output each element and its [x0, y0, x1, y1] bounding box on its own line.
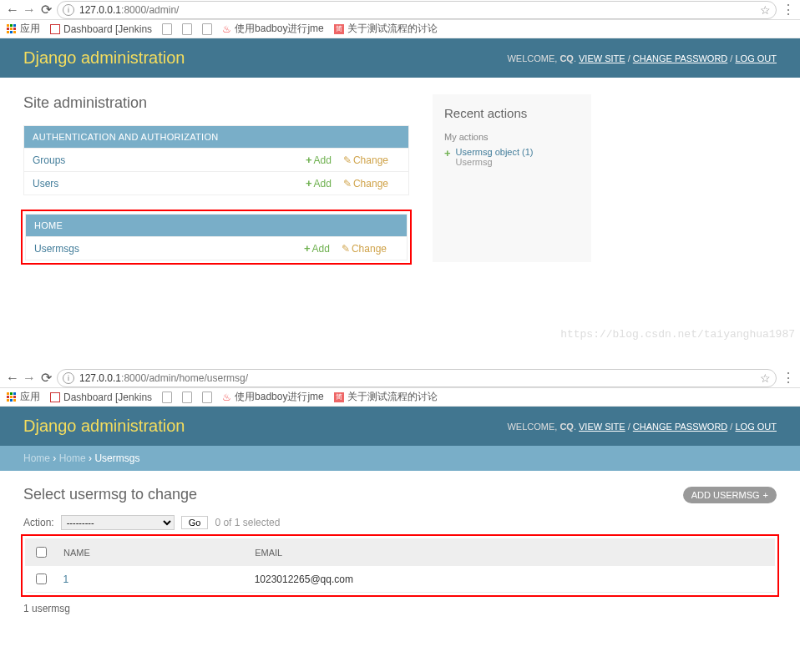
recent-action-model: Usermsg — [456, 157, 534, 167]
discuss-bookmark[interactable]: 简关于测试流程的讨论 — [334, 22, 438, 36]
username: CQ — [559, 422, 574, 432]
col-email[interactable]: EMAIL — [248, 539, 775, 566]
site-info-icon[interactable]: i — [63, 372, 74, 384]
file-icon — [202, 392, 212, 403]
row-name-link[interactable]: 1 — [63, 573, 69, 585]
browser-menu-icon[interactable]: ⋮ — [782, 2, 793, 18]
plus-icon: + — [304, 242, 311, 255]
selection-counter: 0 of 1 selected — [215, 517, 280, 528]
view-site-link[interactable]: VIEW SITE — [579, 422, 625, 432]
badboy-bookmark[interactable]: ♨使用badboy进行jme — [222, 390, 324, 404]
file-bookmark-1[interactable] — [162, 392, 172, 403]
user-tools: WELCOME, CQ. VIEW SITE / CHANGE PASSWORD… — [507, 422, 777, 432]
row-email: 1023012265@qq.com — [248, 566, 775, 593]
username: CQ — [559, 53, 574, 63]
usermsgs-change-link[interactable]: ✎Change — [342, 243, 387, 255]
actions-row: Action: --------- Go 0 of 1 selected — [0, 512, 800, 533]
url-host: 127.0.0.1 — [79, 4, 121, 16]
breadcrumb: Home › Home › Usermsgs — [0, 446, 800, 471]
change-password-link[interactable]: CHANGE PASSWORD — [633, 422, 727, 432]
action-select[interactable]: --------- — [61, 515, 175, 530]
users-change-link[interactable]: ✎Change — [343, 178, 388, 189]
groups-link[interactable]: Groups — [33, 154, 306, 166]
file-icon — [182, 23, 192, 35]
address-bar[interactable]: i 127.0.0.1:8000/admin/home/usermsg/ ☆ — [57, 369, 777, 387]
action-label: Action: — [23, 517, 54, 528]
plus-icon: + — [444, 147, 451, 159]
usermsgs-add-link[interactable]: +Add — [304, 242, 330, 255]
apps-bookmark[interactable]: 应用 — [7, 390, 40, 404]
plus-icon: + — [306, 177, 312, 189]
home-module-header: HOME — [26, 215, 407, 236]
site-title[interactable]: Django administration — [23, 48, 185, 68]
recent-actions-title: Recent actions — [444, 106, 580, 120]
user-tools: WELCOME, CQ. VIEW SITE / CHANGE PASSWORD… — [507, 53, 777, 63]
groups-row: Groups +Add ✎Change — [24, 148, 408, 171]
site-info-icon[interactable]: i — [63, 4, 74, 16]
recent-action-link[interactable]: Usermsg object (1) — [456, 147, 534, 157]
doc-icon: 简 — [334, 24, 344, 34]
changelist-table: NAME EMAIL 1 1023012265@qq.com — [25, 538, 775, 593]
bookmark-star-icon[interactable]: ☆ — [760, 371, 771, 385]
users-add-link[interactable]: +Add — [306, 177, 332, 189]
back-button[interactable]: ← — [7, 4, 18, 16]
file-bookmark-2[interactable] — [182, 392, 192, 403]
forward-button[interactable]: → — [23, 372, 35, 384]
reload-button[interactable]: ⟳ — [40, 4, 52, 16]
logout-link[interactable]: LOG OUT — [735, 422, 777, 432]
reload-button[interactable]: ⟳ — [40, 372, 52, 384]
select-all-checkbox[interactable] — [36, 547, 47, 558]
my-actions-title: My actions — [444, 132, 580, 142]
pencil-icon: ✎ — [343, 178, 352, 189]
chart-icon — [50, 392, 60, 402]
result-count: 1 usermsg — [0, 594, 800, 623]
add-usermsg-button[interactable]: ADD USERMSG + — [683, 487, 777, 503]
discuss-bookmark[interactable]: 简关于测试流程的讨论 — [334, 390, 438, 404]
plus-icon: + — [763, 490, 768, 500]
breadcrumb-home-app[interactable]: Home — [59, 452, 86, 464]
browser-menu-icon[interactable]: ⋮ — [782, 370, 793, 386]
site-title[interactable]: Django administration — [23, 417, 185, 436]
file-bookmark-3[interactable] — [202, 392, 212, 403]
row-checkbox[interactable] — [36, 573, 47, 584]
browser-toolbar: ← → ⟳ i 127.0.0.1:8000/admin/home/userms… — [0, 368, 800, 388]
forward-button[interactable]: → — [23, 4, 35, 16]
pencil-icon: ✎ — [342, 243, 350, 255]
bookmarks-bar: 应用 Dashboard [Jenkins ♨使用badboy进行jme 简关于… — [0, 20, 800, 38]
file-icon — [202, 23, 212, 35]
logout-link[interactable]: LOG OUT — [735, 53, 777, 63]
auth-module-header: AUTHENTICATION AND AUTHORIZATION — [24, 126, 408, 148]
doc-icon: 简 — [334, 392, 344, 402]
badboy-bookmark[interactable]: ♨使用badboy进行jme — [222, 22, 324, 36]
plus-icon: + — [306, 154, 312, 166]
changelist-title: Select usermsg to change — [23, 486, 197, 503]
file-bookmark-3[interactable] — [202, 23, 212, 35]
django-header: Django administration WELCOME, CQ. VIEW … — [0, 407, 800, 446]
dashboard-bookmark[interactable]: Dashboard [Jenkins — [50, 392, 152, 403]
groups-change-link[interactable]: ✎Change — [343, 154, 388, 166]
bookmarks-bar: 应用 Dashboard [Jenkins ♨使用badboy进行jme 简关于… — [0, 388, 800, 407]
url-path: :8000/admin/home/usermsg/ — [121, 372, 248, 384]
breadcrumb-home[interactable]: Home — [23, 452, 50, 464]
bookmark-star-icon[interactable]: ☆ — [760, 3, 771, 17]
go-button[interactable]: Go — [181, 516, 209, 529]
back-button[interactable]: ← — [7, 372, 18, 384]
col-name[interactable]: NAME — [57, 539, 248, 566]
url-path: :8000/admin/ — [121, 4, 179, 16]
breadcrumb-current: Usermsgs — [94, 452, 139, 464]
usermsgs-link[interactable]: Usermsgs — [34, 243, 304, 255]
change-password-link[interactable]: CHANGE PASSWORD — [633, 53, 727, 63]
file-bookmark-1[interactable] — [162, 23, 172, 35]
groups-add-link[interactable]: +Add — [306, 154, 332, 166]
url-host: 127.0.0.1 — [79, 372, 121, 384]
apps-icon — [7, 392, 17, 402]
dashboard-bookmark[interactable]: Dashboard [Jenkins — [50, 23, 152, 35]
watermark: https://blog.csdn.net/taiyanghua1987 — [560, 328, 795, 341]
view-site-link[interactable]: VIEW SITE — [579, 53, 625, 63]
file-bookmark-2[interactable] — [182, 23, 192, 35]
auth-module: AUTHENTICATION AND AUTHORIZATION Groups … — [23, 125, 409, 195]
recent-action-item[interactable]: + Usermsg object (1) Usermsg — [444, 147, 580, 167]
users-link[interactable]: Users — [33, 178, 306, 189]
address-bar[interactable]: i 127.0.0.1:8000/admin/ ☆ — [57, 1, 777, 19]
apps-bookmark[interactable]: 应用 — [7, 22, 40, 36]
